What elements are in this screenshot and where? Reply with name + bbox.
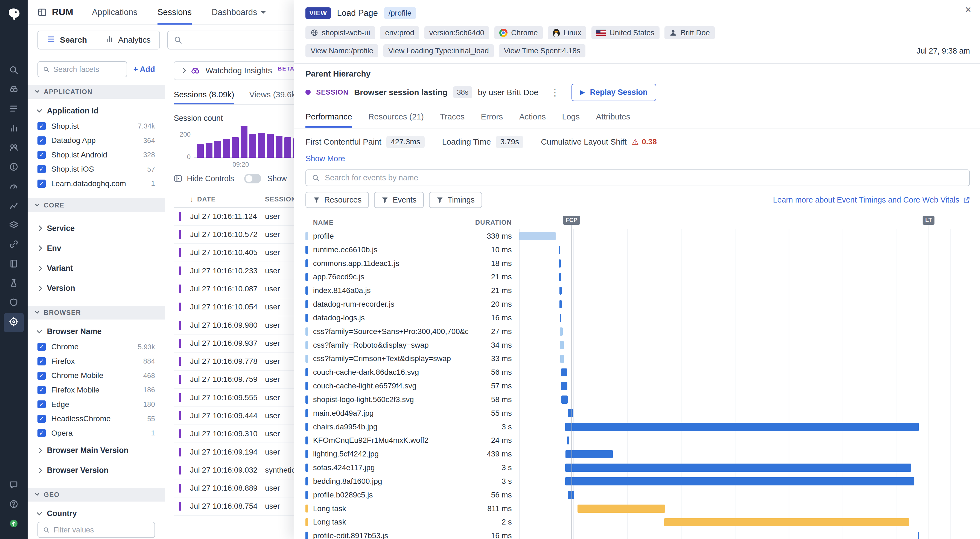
replay-session-button[interactable]: ▶ Replay Session [571,84,656,101]
chart-bar[interactable] [275,136,282,158]
drawer-tab[interactable]: Logs [562,107,580,128]
sidebar-item[interactable] [4,294,24,313]
waterfall-row[interactable]: profile.b0289c5.js 56 ms [305,488,970,502]
waterfall-row[interactable]: index.8146a0a.js 21 ms [305,284,970,297]
facet-value-row[interactable]: Chrome Mobile 468 [37,369,155,383]
checkbox-checked[interactable] [37,137,46,145]
date-column-header[interactable]: DATE [197,196,216,203]
waterfall-row[interactable]: app.76ecd9c.js 21 ms [305,270,970,284]
facet-value-row[interactable]: Chrome 5.93k [37,340,155,354]
filter-button[interactable]: Events [374,192,424,208]
tag-chip[interactable]: env:prod [380,26,419,39]
view-path-chip[interactable]: /profile [384,7,416,19]
chart-bar[interactable] [232,137,239,158]
waterfall-row[interactable]: couch-cache-light.e6579f4.svg 57 ms [305,379,970,393]
tag-chip[interactable]: Britt Doe [665,26,715,39]
chart-bar[interactable] [215,141,221,158]
chart-bar[interactable] [223,139,230,158]
sidebar-item[interactable] [4,197,24,216]
checkbox-checked[interactable] [37,151,46,159]
sidebar-item[interactable] [4,255,24,274]
list-tab[interactable]: Sessions (8.09k) [173,86,234,104]
facet-group-collapsed[interactable]: Service [37,218,155,238]
tag-chip[interactable]: United States [592,26,660,39]
sidebar-item[interactable] [4,274,24,294]
waterfall-row[interactable]: profile 338 ms [305,229,970,243]
facet-group-collapsed[interactable]: Variant [37,258,155,278]
facet-value-row[interactable]: Edge 180 [37,397,155,412]
sidebar-item[interactable] [4,476,24,496]
facet-search-input[interactable] [53,65,122,74]
facet-group-browser-name[interactable]: Browser Name [37,327,155,336]
view-meta-chip[interactable]: View Name:/profile [305,44,378,57]
sidebar-item[interactable] [4,138,24,158]
sidebar-item[interactable] [4,177,24,197]
show-toggle[interactable] [244,174,261,183]
facet-section-geo[interactable]: GEO [28,488,165,502]
mode-button[interactable]: Search [38,31,96,49]
duration-column-header[interactable]: DURATION [468,219,519,226]
facet-value-row[interactable]: Shop.ist iOS 57 [37,162,155,176]
facet-value-row[interactable]: Learn.datadoghq.com 1 [37,176,155,191]
tag-chip[interactable]: Chrome [495,26,543,39]
sidebar-item[interactable] [4,216,24,235]
facet-value-row[interactable]: Firefox Mobile 186 [37,383,155,397]
waterfall-row[interactable]: lighting.5cf4242.jpg 439 ms [305,447,970,461]
sidebar-item[interactable] [4,119,24,139]
tag-chip[interactable]: shopist-web-ui [305,26,375,39]
chart-bar[interactable] [250,134,256,158]
checkbox-checked[interactable] [37,386,46,394]
facet-value-row[interactable]: Opera 1 [37,426,155,440]
sidebar-item[interactable] [4,515,24,534]
facet-value-row[interactable]: Firefox 884 [37,354,155,369]
chart-bar[interactable] [267,134,274,158]
drawer-tab[interactable]: Resources (21) [368,107,424,128]
sidebar-item[interactable] [4,496,24,515]
topnav-tab[interactable]: Dashboards [212,0,266,25]
facet-value-row[interactable]: HeadlessChrome 55 [37,412,155,426]
facet-section-browser[interactable]: BROWSER [28,306,165,320]
checkbox-checked[interactable] [37,429,46,437]
chart-bar[interactable] [258,133,265,158]
datadog-logo[interactable] [3,4,24,25]
waterfall-row[interactable]: Long task 2 s [305,515,970,529]
waterfall-row[interactable]: shopist-logo-light.560c2f3.svg 58 ms [305,393,970,406]
checkbox-checked[interactable] [37,357,46,366]
hide-controls-button[interactable]: Hide Controls [173,174,234,183]
chart-bar[interactable] [197,144,204,158]
close-icon[interactable]: × [965,4,971,15]
waterfall-row[interactable]: Long task 811 ms [305,502,970,515]
waterfall-row[interactable]: css?family=Roboto&display=swap 34 ms [305,339,970,352]
waterfall-row[interactable]: css?family=Source+Sans+Pro:300,400,700&d… [305,325,970,339]
sidebar-item[interactable] [4,81,24,100]
list-tab[interactable]: Views (39.6k) [249,86,298,104]
waterfall-row[interactable]: KFOmCnqEu92Fr1Mu4mxK.woff2 24 ms [305,434,970,447]
facet-value-row[interactable]: Shop.ist Android 328 [37,148,155,162]
checkbox-checked[interactable] [37,165,46,173]
drawer-tab[interactable]: Actions [519,107,546,128]
event-search-input[interactable] [325,173,964,182]
drawer-tab[interactable]: Attributes [596,107,630,128]
drawer-tab[interactable]: Traces [440,107,465,128]
chart-bar[interactable] [285,137,291,158]
facet-group-collapsed[interactable]: Browser Version [37,460,155,480]
waterfall-row[interactable]: datadog-logs.js 16 ms [305,311,970,325]
waterfall-row[interactable]: chairs.da9954b.jpg 3 s [305,420,970,434]
checkbox-checked[interactable] [37,372,46,380]
sidebar-item[interactable] [4,235,24,255]
sidebar-item[interactable] [4,158,24,177]
add-facet-button[interactable]: + Add [134,65,155,74]
facet-group-application-id[interactable]: Application Id [37,107,155,115]
view-meta-chip[interactable]: View Time Spent:4.18s [499,44,585,57]
waterfall-row[interactable]: bedding.8af1600.jpg 3 s [305,474,970,488]
topnav-tab[interactable]: Sessions [158,0,192,25]
show-more-link[interactable]: Show More [305,154,970,163]
facet-search-box[interactable] [37,61,127,77]
checkbox-checked[interactable] [37,343,46,351]
sidebar-item[interactable] [4,313,24,332]
waterfall-row[interactable]: runtime.ec6610b.js 10 ms [305,243,970,257]
waterfall-row[interactable]: profile-edit.8917b53.js 16 ms [305,529,970,539]
chart-bar[interactable] [205,143,212,158]
waterfall-row[interactable]: commons.app.11deac1.js 18 ms [305,257,970,270]
checkbox-checked[interactable] [37,122,46,130]
